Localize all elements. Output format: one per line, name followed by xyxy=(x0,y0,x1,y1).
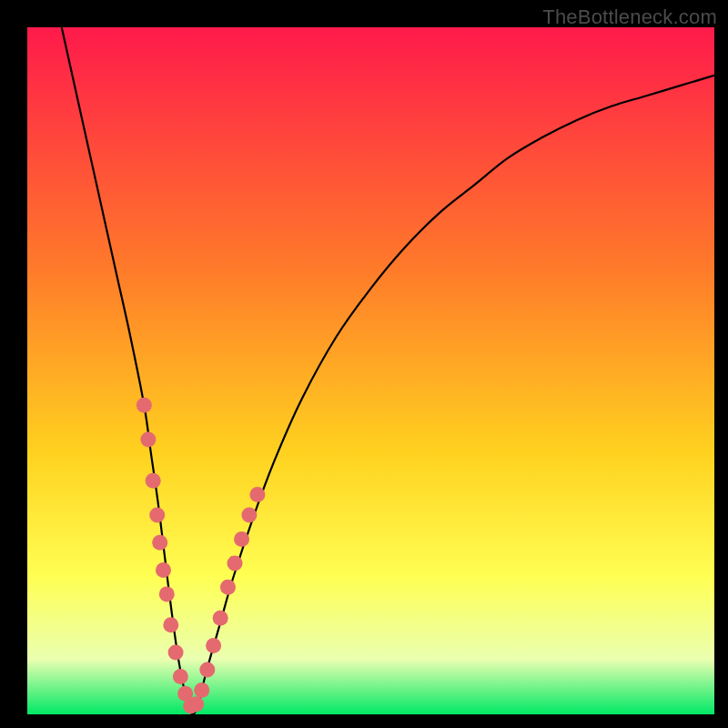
data-point xyxy=(220,580,236,595)
data-point xyxy=(152,535,167,551)
data-point xyxy=(188,696,204,712)
data-point xyxy=(206,638,221,653)
data-point xyxy=(199,662,215,677)
data-point xyxy=(249,487,265,502)
data-point xyxy=(241,508,257,523)
data-point xyxy=(146,473,161,489)
data-point xyxy=(149,508,165,523)
data-point xyxy=(173,669,188,684)
data-point xyxy=(159,586,175,602)
bottleneck-curve xyxy=(62,27,714,714)
data-point xyxy=(136,398,152,413)
data-point xyxy=(163,617,178,632)
data-point xyxy=(234,531,249,547)
data-point xyxy=(140,432,156,448)
data-point xyxy=(156,562,171,578)
watermark-text: TheBottleneck.com xyxy=(542,5,717,29)
data-point xyxy=(168,645,184,661)
data-point xyxy=(228,555,243,571)
chart-svg xyxy=(27,27,714,714)
data-point xyxy=(213,611,228,626)
data-point xyxy=(194,682,209,698)
plot-area xyxy=(27,27,714,714)
outer-frame: TheBottleneck.com xyxy=(0,0,728,728)
